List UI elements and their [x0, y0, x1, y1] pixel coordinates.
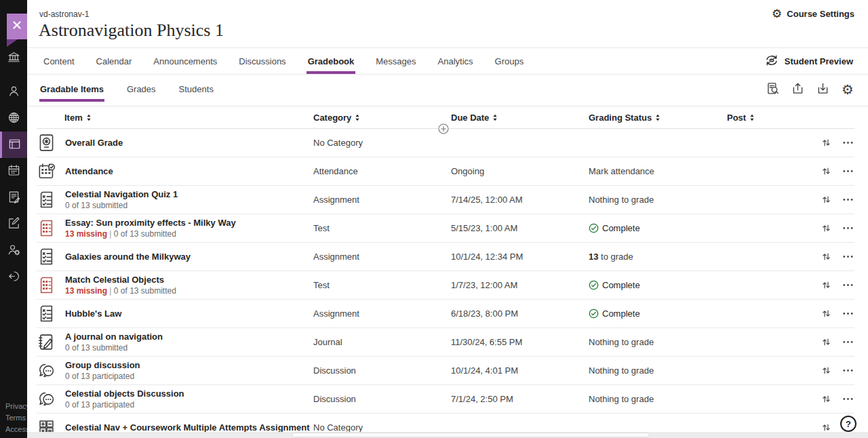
- item-title[interactable]: A journal on navigation: [65, 332, 163, 342]
- reorder-button[interactable]: [821, 308, 831, 319]
- item-due-date: 6/18/23, 8:00 PM: [451, 308, 589, 319]
- tab-announcements[interactable]: Announcements: [152, 48, 218, 74]
- reorder-button[interactable]: [821, 337, 831, 347]
- row-menu-button[interactable]: [843, 170, 853, 173]
- item-title[interactable]: Celestial Navigation Quiz 1: [65, 189, 178, 199]
- row-menu-button[interactable]: [843, 255, 853, 258]
- reorder-button[interactable]: [821, 422, 831, 433]
- item-title[interactable]: Celestial objects Discussion: [65, 389, 184, 399]
- column-header-due-date[interactable]: Due Date: [451, 113, 589, 123]
- item-grading-status: Complete: [589, 223, 727, 233]
- subtab-grades[interactable]: Grades: [126, 82, 157, 102]
- row-menu-button[interactable]: [843, 141, 853, 144]
- reorder-button[interactable]: [821, 166, 831, 176]
- subtab-students[interactable]: Students: [178, 82, 214, 102]
- item-title[interactable]: Celestial Nav + Coursework Multiple Atte…: [65, 422, 310, 433]
- reorder-button[interactable]: [821, 365, 831, 376]
- upload-button[interactable]: [789, 81, 806, 98]
- subtab-gradable-items[interactable]: Gradable Items: [39, 82, 104, 102]
- column-label: Item: [64, 113, 83, 123]
- scrollbar-thumb[interactable]: [292, 433, 650, 437]
- gradebook-settings-button[interactable]: ⚙: [840, 81, 856, 98]
- item-title[interactable]: Group discussion: [65, 360, 140, 370]
- row-menu-button[interactable]: [843, 198, 853, 201]
- reorder-button[interactable]: [821, 280, 831, 290]
- sort-icon: [749, 114, 755, 121]
- discussion-icon: [37, 361, 56, 380]
- sidebar-item-courses[interactable]: [0, 132, 27, 158]
- row-menu-button[interactable]: [843, 226, 853, 230]
- gradebook-row[interactable]: Essay: Sun proximity effects - Milky Way…: [37, 214, 854, 243]
- item-grading-status: Nothing to grade: [589, 195, 727, 205]
- search-gradebook-button[interactable]: [764, 81, 781, 98]
- row-menu-button[interactable]: [843, 397, 853, 401]
- sidebar-item-admin-tools[interactable]: [0, 237, 27, 264]
- tab-calendar[interactable]: Calendar: [95, 48, 134, 74]
- gradebook-row[interactable]: Group discussion 0 of 13 participated Di…: [37, 357, 854, 385]
- column-header-post[interactable]: Post: [727, 113, 802, 123]
- gradebook-row[interactable]: Celestial Navigation Quiz 1 0 of 13 subm…: [37, 186, 854, 214]
- sidebar-item-messages[interactable]: [0, 211, 27, 237]
- sidebar-item-activity-stream[interactable]: [0, 105, 27, 132]
- item-title[interactable]: Match Celestial Objects: [65, 275, 176, 285]
- tab-messages[interactable]: Messages: [374, 48, 417, 74]
- gradebook-row[interactable]: Hubble's Law Assignment 6/18/23, 8:00 PM…: [37, 300, 854, 328]
- column-header-category[interactable]: Category: [313, 113, 451, 123]
- item-due-date: Ongoing: [451, 166, 589, 176]
- column-label: Category: [313, 113, 351, 123]
- sidebar-item-calendar[interactable]: [0, 158, 27, 184]
- gradebook-row[interactable]: A journal on navigation 0 of 13 submitte…: [37, 328, 854, 357]
- tab-analytics[interactable]: Analytics: [437, 48, 475, 74]
- item-grading-status: 13 to grade: [589, 252, 727, 262]
- item-category: No Category: [313, 138, 451, 148]
- row-menu-button[interactable]: [843, 283, 853, 287]
- reorder-button[interactable]: [821, 138, 831, 148]
- tab-gradebook[interactable]: Gradebook: [307, 48, 356, 74]
- item-category: Discussion: [313, 365, 451, 376]
- complete-check-icon: [589, 280, 599, 290]
- reorder-button[interactable]: [821, 394, 831, 404]
- item-category: Test: [313, 223, 451, 233]
- sidebar-item-grades[interactable]: [0, 184, 27, 211]
- sort-icon: [86, 114, 92, 121]
- sidebar-item-institution[interactable]: [0, 45, 27, 71]
- journal-icon: [37, 332, 56, 352]
- search-document-icon: [766, 81, 780, 98]
- student-preview-button[interactable]: Student Preview: [753, 48, 868, 74]
- column-header-item[interactable]: Item: [37, 113, 313, 123]
- column-label: Due Date: [451, 113, 489, 123]
- close-course-button[interactable]: [7, 14, 27, 39]
- add-item-button[interactable]: [438, 123, 449, 134]
- column-label: Post: [727, 113, 746, 123]
- gradebook-view-tabs: Gradable ItemsGradesStudents: [39, 82, 236, 102]
- sidebar-item-sign-out[interactable]: [0, 264, 27, 290]
- item-title[interactable]: Attendance: [65, 166, 113, 176]
- download-button[interactable]: [814, 81, 831, 98]
- row-menu-button[interactable]: [843, 340, 853, 344]
- item-title[interactable]: Galaxies around the Milkyway: [65, 252, 191, 262]
- sidebar-item-profile[interactable]: [0, 79, 27, 105]
- gradebook-row[interactable]: Attendance Attendance Ongoing Mark atten…: [37, 157, 854, 186]
- tab-content[interactable]: Content: [42, 48, 76, 74]
- item-grading-status: Nothing to grade: [589, 365, 727, 376]
- sidebar-icon-list: [0, 0, 27, 290]
- tab-discussions[interactable]: Discussions: [237, 48, 287, 74]
- calendar-icon: [7, 163, 21, 180]
- column-header-grading-status[interactable]: Grading Status: [589, 113, 727, 123]
- item-title[interactable]: Overall Grade: [65, 138, 123, 148]
- gradebook-row[interactable]: Celestial objects Discussion 0 of 13 par…: [37, 385, 854, 414]
- missing-count: 13 missing: [65, 229, 107, 239]
- gradebook-row[interactable]: Match Celestial Objects 13 missing | 0 o…: [37, 271, 854, 300]
- help-button[interactable]: ?: [840, 416, 856, 432]
- reorder-button[interactable]: [821, 195, 831, 205]
- row-menu-button[interactable]: [843, 312, 853, 315]
- item-title[interactable]: Hubble's Law: [65, 308, 121, 319]
- reorder-button[interactable]: [821, 252, 831, 262]
- profile-icon: [7, 84, 21, 100]
- reorder-button[interactable]: [821, 223, 831, 233]
- gradebook-row[interactable]: Galaxies around the Milkyway Assignment …: [37, 243, 854, 271]
- course-settings-button[interactable]: ⚙ Course Settings: [772, 8, 854, 20]
- row-menu-button[interactable]: [843, 369, 853, 372]
- item-title[interactable]: Essay: Sun proximity effects - Milky Way: [65, 218, 236, 228]
- tab-groups[interactable]: Groups: [494, 48, 526, 74]
